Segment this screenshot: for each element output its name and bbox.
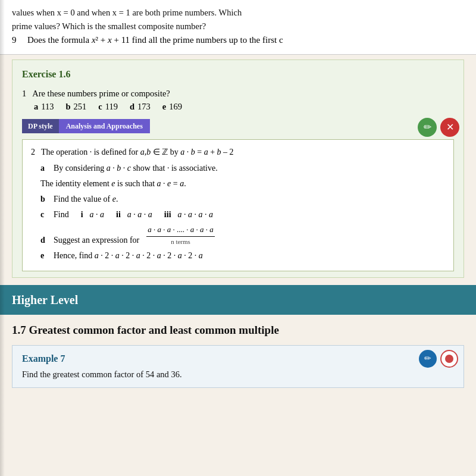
exercise-icons: ✏ ✕	[418, 118, 459, 137]
sub-q-a: a By considering a · b · c show that · i…	[40, 162, 445, 174]
sub-text-b: Find the value of e.	[54, 193, 118, 205]
q1-part-e: e 169	[162, 101, 182, 114]
top-section: values when x = 0 and when x = 1 are bot…	[0, 0, 476, 55]
record-inner	[445, 355, 453, 363]
q2-header: 2 The operation · is defined for a,b ∈ ℤ…	[31, 146, 445, 158]
question-1: 1 Are these numbers prime or composite? …	[22, 87, 454, 114]
page-shadow	[0, 0, 5, 476]
val-169: 169	[169, 101, 182, 114]
q1-parts: a 113 b 251 c 119 d 173	[34, 101, 454, 114]
question-9-row: 9 Does the formula x² + x + 11 find all …	[12, 33, 464, 47]
identity-text: The identity element e is such that a · …	[40, 177, 445, 190]
q1-part-c: c 119	[98, 101, 118, 114]
question-2-box: 2 The operation · is defined for a,b ∈ ℤ…	[22, 139, 454, 271]
find-label: Find	[54, 208, 69, 221]
record-icon[interactable]	[440, 350, 458, 368]
d-label: n terms	[171, 237, 190, 247]
q1-part-b: b 251	[65, 101, 86, 114]
q9-text: Does the formula x² + x + 11 find all th…	[27, 33, 283, 47]
pencil-icon[interactable]: ✏	[418, 118, 437, 137]
exercise-16-section: Exercise 1.6 1 Are these numbers prime o…	[12, 60, 464, 278]
sub-label-b: b	[40, 193, 49, 205]
q2-number: 2	[31, 146, 35, 158]
q1-text: Are these numbers prime or composite?	[32, 87, 170, 101]
label-c: c	[98, 101, 102, 114]
label-a: a	[34, 101, 38, 114]
val-119: 119	[105, 101, 118, 114]
dp-style-tag: DP style	[22, 119, 59, 133]
label-b: b	[65, 101, 70, 114]
section-17: 1.7 Greatest common factor and least com…	[0, 315, 476, 392]
example-7-container: Example 7 Find the greatest common facto…	[12, 345, 464, 388]
val-251: 251	[74, 101, 87, 114]
sub-label-c: c	[40, 208, 49, 221]
section-17-title: 1.7 Greatest common factor and least com…	[12, 322, 464, 339]
sub-q-e: e Hence, find a · 2 · a · 2 · a · 2 · a …	[40, 249, 445, 262]
cii-label: ii a · a · a	[116, 208, 152, 221]
close-icon[interactable]: ✕	[440, 118, 459, 137]
label-e: e	[162, 101, 166, 114]
pencil-blue-icon[interactable]: ✏	[419, 350, 437, 368]
q1-number: 1	[22, 87, 26, 101]
sub-q-c: c Find i a · a ii a · a · a iii a · a · …	[40, 208, 445, 221]
sub-q-d: d Suggest an expression for a · a · a · …	[40, 224, 445, 246]
sub-label-a: a	[40, 162, 49, 174]
q1-part-a: a 113	[34, 101, 54, 114]
example-7-box: Example 7 Find the greatest common facto…	[12, 345, 464, 388]
q9-number: 9	[12, 33, 23, 47]
find-c-parts: Find i a · a ii a · a · a iii a · a · a …	[54, 208, 213, 221]
top-text-line2: prime values? Which is the smallest comp…	[12, 20, 464, 33]
higher-level-bar: Higher Level	[0, 285, 476, 315]
label-d: d	[130, 101, 134, 114]
example-text: Find the greatest common factor of 54 an…	[22, 368, 454, 381]
q1-part-d: d 173	[130, 101, 151, 114]
sub-q-b: b Find the value of e.	[40, 193, 445, 205]
dp-style-bar: DP style Analysis and Approaches	[22, 119, 454, 133]
q2-text: The operation · is defined for a,b ∈ ℤ b…	[41, 146, 234, 158]
d-numerator: a · a · a · .... · a · a · a	[146, 224, 215, 237]
val-173: 173	[137, 101, 151, 114]
analysis-tag: Analysis and Approaches	[59, 119, 150, 133]
higher-level-title: Higher Level	[12, 293, 78, 306]
example-icons: ✏	[419, 350, 458, 368]
exercise-title: Exercise 1.6	[22, 67, 454, 82]
sub-text-e: Hence, find a · 2 · a · 2 · a · 2 · a · …	[54, 249, 203, 262]
sub-text-d: Suggest an expression for	[54, 234, 139, 246]
top-text-line1: values when x = 0 and when x = 1 are bot…	[12, 6, 464, 20]
sub-label-e: e	[40, 249, 49, 262]
example-title: Example 7	[22, 352, 454, 366]
ci-label: i a · a	[81, 208, 104, 221]
ciii-label: iii a · a · a · a	[164, 208, 213, 221]
sub-label-d: d	[40, 234, 49, 246]
d-fraction: a · a · a · .... · a · a · a n terms	[146, 224, 215, 246]
page-container: values when x = 0 and when x = 1 are bot…	[0, 0, 476, 476]
val-113: 113	[41, 101, 54, 114]
sub-text-a: By considering a · b · c show that · is …	[54, 162, 218, 174]
